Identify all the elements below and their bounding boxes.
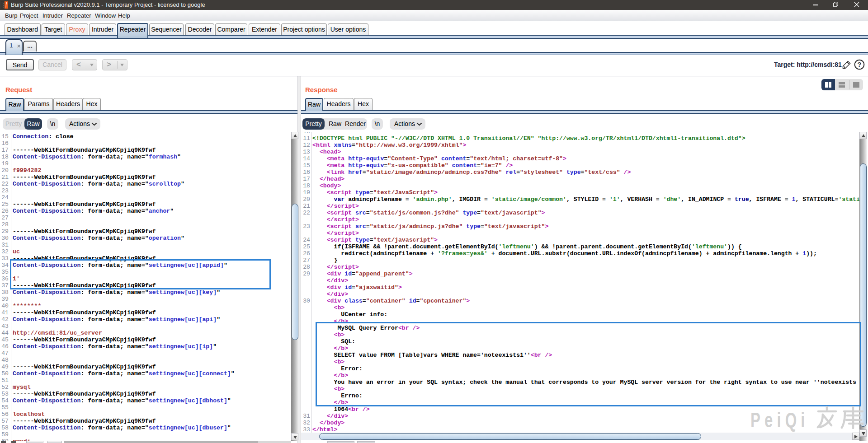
- svg-text:?: ?: [858, 61, 862, 68]
